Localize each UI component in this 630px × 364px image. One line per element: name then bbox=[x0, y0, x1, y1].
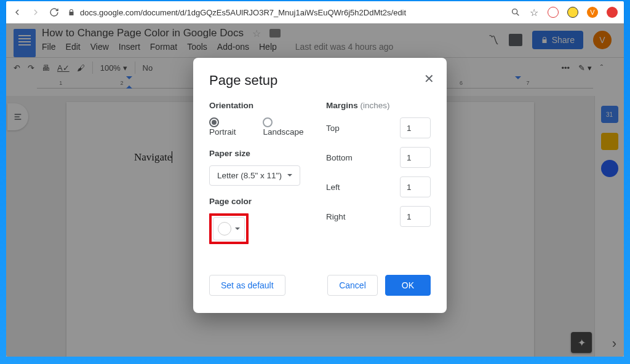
extension-icon-2[interactable] bbox=[567, 7, 578, 18]
landscape-radio[interactable]: Landscape bbox=[263, 117, 314, 136]
paper-size-label: Paper size bbox=[209, 149, 314, 158]
annotation-highlight bbox=[209, 213, 249, 244]
margin-left-label: Left bbox=[326, 183, 340, 192]
margin-bottom-input[interactable] bbox=[400, 147, 431, 168]
back-icon[interactable] bbox=[12, 7, 22, 17]
zoom-icon[interactable] bbox=[511, 7, 520, 17]
address-bar[interactable]: docs.google.com/document/d/1dgGQzEs5AUlR… bbox=[68, 8, 406, 17]
chevron-down-icon bbox=[235, 228, 240, 232]
margins-label: Margins (inches) bbox=[326, 101, 431, 110]
page-color-label: Page color bbox=[209, 197, 314, 206]
cancel-button[interactable]: Cancel bbox=[327, 275, 378, 296]
portrait-radio[interactable]: Portrait bbox=[209, 117, 247, 136]
set-default-button[interactable]: Set as default bbox=[209, 275, 285, 296]
margin-right-label: Right bbox=[326, 212, 346, 221]
svg-line-1 bbox=[517, 14, 519, 16]
margin-bottom-label: Bottom bbox=[326, 153, 353, 162]
color-swatch bbox=[218, 222, 231, 235]
chevron-down-icon bbox=[287, 174, 292, 179]
forward-icon[interactable] bbox=[31, 7, 41, 17]
dialog-title: Page setup bbox=[209, 73, 431, 89]
paper-size-select[interactable]: Letter (8.5" x 11") bbox=[209, 165, 300, 186]
star-icon[interactable]: ☆ bbox=[529, 7, 539, 17]
extension-icon-3[interactable] bbox=[607, 7, 618, 18]
page-color-picker[interactable] bbox=[213, 217, 245, 240]
orientation-label: Orientation bbox=[209, 101, 314, 110]
extension-icon-1[interactable] bbox=[548, 7, 559, 18]
close-icon[interactable]: ✕ bbox=[424, 71, 434, 86]
svg-point-0 bbox=[512, 9, 517, 14]
google-docs-app: How to Change Page Color in Google Docs … bbox=[6, 23, 624, 357]
chrome-profile[interactable]: V bbox=[587, 7, 598, 18]
url-text: docs.google.com/document/d/1dgGQzEs5AUlR… bbox=[80, 8, 406, 17]
ok-button[interactable]: OK bbox=[385, 275, 431, 296]
reload-icon[interactable] bbox=[49, 7, 59, 17]
lock-icon bbox=[68, 9, 75, 16]
page-setup-dialog: ✕ Page setup Orientation Portrait Landsc… bbox=[193, 58, 447, 313]
margin-top-label: Top bbox=[326, 124, 340, 133]
browser-toolbar: docs.google.com/document/d/1dgGQzEs5AUlR… bbox=[6, 1, 624, 23]
margin-top-input[interactable] bbox=[400, 117, 431, 138]
chrome-actions: ☆ V bbox=[511, 7, 618, 18]
margin-left-input[interactable] bbox=[400, 176, 431, 197]
margin-right-input[interactable] bbox=[400, 206, 431, 227]
